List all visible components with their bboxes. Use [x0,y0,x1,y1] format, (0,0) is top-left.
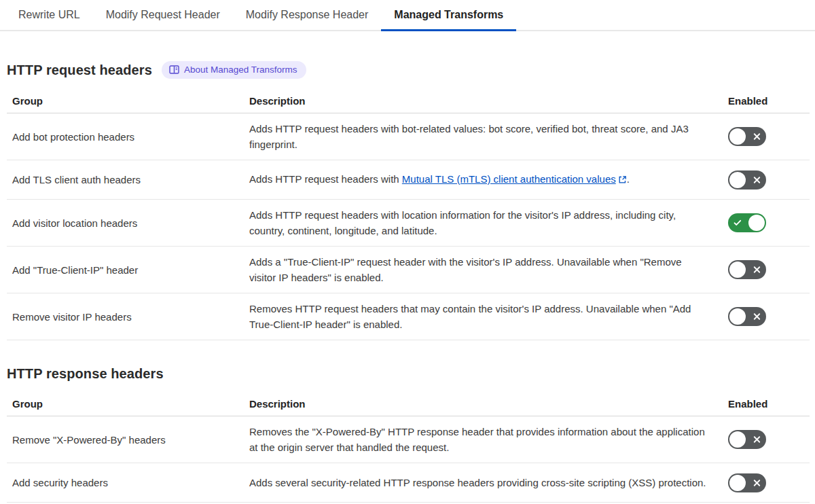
enabled-cell [728,307,810,326]
description-cell: Removes HTTP request headers that may co… [249,301,725,332]
enabled-cell [728,473,810,492]
description-cell: Adds a "True-Client-IP" request header w… [249,254,725,285]
table-header-row: Group Description Enabled [7,393,810,416]
table-row: Add security headers Adds several securi… [7,463,810,503]
group-cell: Remove visitor IP headers [7,309,249,325]
toggle-knob [729,262,746,278]
toggle-on-add-visitor-location-headers[interactable] [728,213,766,232]
toggle-state-icon [753,176,761,183]
section-title: HTTP request headers [7,62,152,78]
table-header-row: Group Description Enabled [7,90,810,113]
enabled-cell [728,213,810,232]
table-row: Add TLS client auth headers Adds HTTP re… [7,160,810,200]
description-cell: Removes the "X-Powered-By" HTTP response… [249,424,725,455]
section-heading-row: HTTP response headers [7,366,810,382]
toggle-knob [748,215,765,231]
tab-managed-transforms[interactable]: Managed Transforms [381,1,516,30]
description-cell: Adds HTTP request headers with bot-relat… [249,121,725,152]
tab-rewrite-url[interactable]: Rewrite URL [5,1,93,30]
group-cell: Add "True-Client-IP" header [7,262,249,278]
external-link-icon [618,173,627,188]
toggle-state-icon [753,313,761,321]
toggle-off-add-security-headers[interactable] [728,473,766,492]
section-title: HTTP response headers [7,366,164,382]
description-cell: Adds HTTP request headers with location … [249,207,725,238]
description-cell: Adds several security-related HTTP respo… [249,475,725,490]
column-header-group: Group [7,398,249,410]
transforms-table: Group Description Enabled Remove "X-Powe… [7,393,810,503]
toggle-off-add-tls-client-auth-headers[interactable] [728,170,766,190]
section-heading-row: HTTP request headers About Managed Trans… [7,61,810,79]
enabled-cell [728,430,810,449]
description-text: . [627,173,630,185]
section: HTTP request headers About Managed Trans… [7,61,810,340]
enabled-cell [728,127,810,146]
table-row: Remove "X-Powered-By" headers Removes th… [7,416,810,463]
group-cell: Add TLS client auth headers [7,172,249,187]
group-cell: Add bot protection headers [7,129,249,145]
group-cell: Add security headers [7,475,249,490]
toggle-knob [729,431,746,448]
table-row: Add "True-Client-IP" header Adds a "True… [7,247,810,293]
column-header-group: Group [7,95,249,107]
toggle-off-add-true-client-ip-header[interactable] [728,260,766,279]
toggle-state-icon [753,436,761,444]
open-book-icon [169,65,179,74]
badge-label: About Managed Transforms [184,65,297,75]
toggle-state-icon [753,479,761,486]
tab-modify-response-header[interactable]: Modify Response Header [233,1,382,30]
toggle-off-remove-x-powered-by-headers[interactable] [728,430,766,449]
toggle-state-icon [753,266,761,274]
table-row: Remove visitor IP headers Removes HTTP r… [7,293,810,340]
column-header-enabled: Enabled [728,398,810,410]
toggle-knob [729,128,746,145]
toggle-state-icon [734,219,742,226]
tabs-bar: Rewrite URLModify Request HeaderModify R… [0,0,815,31]
about-managed-transforms-badge[interactable]: About Managed Transforms [162,61,306,79]
enabled-cell [728,170,810,190]
managed-transforms-page: HTTP request headers About Managed Trans… [0,61,815,503]
toggle-state-icon [753,133,761,141]
column-header-description: Description [249,398,728,410]
toggle-knob [729,172,746,188]
mtls-docs-link[interactable]: Mutual TLS (mTLS) client authentication … [402,173,616,185]
toggle-knob [729,308,746,325]
tab-modify-request-header[interactable]: Modify Request Header [93,1,233,30]
description-cell: Adds HTTP request headers with Mutual TL… [249,171,725,188]
table-row: Add visitor location headers Adds HTTP r… [7,200,810,247]
transforms-table: Group Description Enabled Add bot protec… [7,90,810,340]
group-cell: Add visitor location headers [7,215,249,231]
toggle-off-add-bot-protection-headers[interactable] [728,127,766,146]
table-row: Add bot protection headers Adds HTTP req… [7,113,810,160]
column-header-enabled: Enabled [728,95,810,107]
column-header-description: Description [249,95,728,107]
section: HTTP response headers Group Description … [7,366,810,503]
toggle-knob [729,475,746,491]
enabled-cell [728,260,810,279]
group-cell: Remove "X-Powered-By" headers [7,432,249,448]
toggle-off-remove-visitor-ip-headers[interactable] [728,307,766,326]
description-text: Adds HTTP request headers with [249,173,402,185]
